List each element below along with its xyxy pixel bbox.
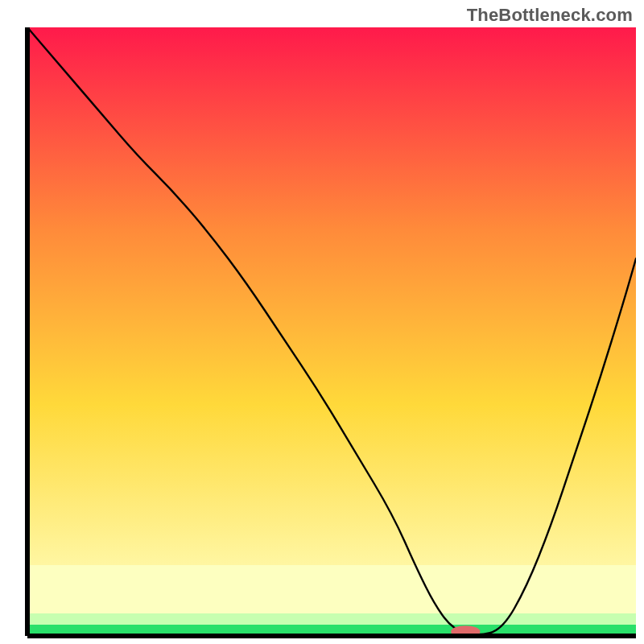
bottleneck-chart [0,0,644,644]
chart-root: TheBottleneck.com [0,0,644,644]
strip-light-green [27,613,636,625]
watermark-text: TheBottleneck.com [467,5,633,26]
gradient-background [27,27,636,636]
strip-pale [27,565,636,613]
